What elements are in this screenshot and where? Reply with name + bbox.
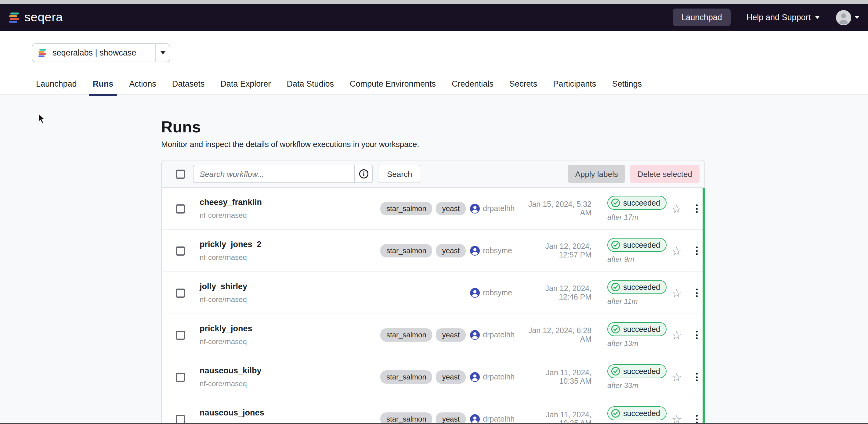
star-run-button[interactable]: ☆ <box>672 245 688 257</box>
user-icon <box>470 246 480 256</box>
run-username: robsyme <box>483 289 512 297</box>
tab-participants[interactable]: Participants <box>549 79 600 96</box>
table-row[interactable]: nauseous_kilby nf-core/rnaseq star_salmo… <box>162 356 705 398</box>
chevron-down-icon <box>160 51 165 54</box>
run-username: drpatelhh <box>483 204 515 213</box>
status-label: succeeded <box>623 367 660 376</box>
run-user: drpatelhh <box>470 372 527 382</box>
table-row[interactable]: jolly_shirley nf-core/rnaseq robsyme Jan… <box>162 272 705 314</box>
chevron-down-icon <box>855 16 860 19</box>
workspace-dropdown-toggle[interactable] <box>156 51 170 54</box>
status-badge: succeeded <box>607 322 667 336</box>
check-circle-icon <box>611 367 620 376</box>
tab-actions[interactable]: Actions <box>125 79 160 96</box>
window-bottom-edge <box>0 422 868 424</box>
user-icon <box>470 330 480 340</box>
run-label-pill[interactable]: yeast <box>436 244 466 257</box>
seqera-runs-page: seqera Launchpad Help and Support <box>0 0 868 424</box>
run-label-pill[interactable]: star_salmon <box>380 202 432 215</box>
status-label: succeeded <box>623 283 660 291</box>
search-input[interactable] <box>193 165 354 183</box>
status-badge: succeeded <box>607 364 667 378</box>
apply-labels-button[interactable]: Apply labels <box>568 165 625 183</box>
status-label: succeeded <box>623 241 660 249</box>
run-user: robsyme <box>470 288 527 298</box>
tab-compute-environments[interactable]: Compute Environments <box>346 79 439 96</box>
launchpad-button[interactable]: Launchpad <box>673 8 731 26</box>
tab-secrets[interactable]: Secrets <box>506 79 541 96</box>
run-labels: star_salmonyeast <box>380 244 470 257</box>
tab-launchpad[interactable]: Launchpad <box>32 79 81 96</box>
run-user: robsyme <box>470 246 527 256</box>
tab-datasets[interactable]: Datasets <box>168 79 209 96</box>
star-run-button[interactable]: ☆ <box>672 371 688 383</box>
table-row[interactable]: nauseous_jones nf-core/rnaseq star_salmo… <box>162 398 705 424</box>
run-status: succeeded after 13m <box>607 322 672 348</box>
window-top-edge <box>0 0 868 4</box>
row-checkbox[interactable] <box>176 204 185 213</box>
status-badge: succeeded <box>607 406 667 420</box>
workspace-selector[interactable]: seqeralabs | showcase <box>32 43 170 62</box>
check-circle-icon <box>611 198 620 207</box>
run-label-pill[interactable]: yeast <box>436 370 466 384</box>
run-label-pill[interactable]: yeast <box>436 202 466 215</box>
mouse-cursor <box>38 113 46 125</box>
seqera-brand[interactable]: seqera <box>8 10 63 24</box>
status-label: succeeded <box>623 409 660 418</box>
tab-credentials[interactable]: Credentials <box>448 79 497 96</box>
check-circle-icon <box>611 409 620 418</box>
workspace-org-icon <box>38 48 47 57</box>
run-duration: after 33m <box>607 381 672 390</box>
user-icon <box>470 372 480 382</box>
row-checkbox[interactable] <box>176 372 185 382</box>
table-row[interactable]: cheesy_franklin nf-core/rnaseq star_salm… <box>162 188 705 230</box>
tab-data-studios[interactable]: Data Studios <box>283 79 338 96</box>
search-info-icon[interactable] <box>355 165 372 183</box>
status-badge: succeeded <box>607 196 667 210</box>
run-name-link[interactable]: cheesy_franklin <box>199 198 380 207</box>
tab-data-explorer[interactable]: Data Explorer <box>217 79 274 96</box>
run-name-link[interactable]: prickly_jones <box>199 324 380 333</box>
table-row[interactable]: prickly_jones nf-core/rnaseq star_salmon… <box>162 314 705 356</box>
workspace-header: seqeralabs | showcase LaunchpadRunsActio… <box>0 31 868 95</box>
star-run-button[interactable]: ☆ <box>672 329 688 341</box>
row-checkbox[interactable] <box>176 246 185 255</box>
run-label-pill[interactable]: star_salmon <box>380 328 432 341</box>
tab-runs[interactable]: Runs <box>89 79 117 96</box>
run-name-link[interactable]: prickly_jones_2 <box>199 240 380 249</box>
status-badge: succeeded <box>607 238 667 252</box>
select-all-checkbox[interactable] <box>176 169 185 178</box>
run-status: succeeded after 33m <box>607 364 672 390</box>
run-date: Jan 12, 2024, 12:46 PM <box>527 284 607 301</box>
run-name-link[interactable]: nauseous_jones <box>199 408 380 417</box>
run-user: drpatelhh <box>470 204 527 214</box>
search-button[interactable]: Search <box>378 165 421 183</box>
run-pipeline-repo: nf-core/rnaseq <box>199 211 380 220</box>
run-user: drpatelhh <box>470 330 527 340</box>
search-input-group <box>193 165 373 183</box>
run-name-link[interactable]: nauseous_kilby <box>199 366 380 375</box>
delete-selected-button[interactable]: Delete selected <box>630 165 700 183</box>
row-checkbox[interactable] <box>176 330 185 339</box>
run-labels: star_salmonyeast <box>380 370 470 384</box>
run-label-pill[interactable]: yeast <box>436 328 466 341</box>
star-run-button[interactable]: ☆ <box>672 203 688 215</box>
run-date: Jan 12, 2024, 6:28 AM <box>527 326 607 344</box>
status-label: succeeded <box>623 199 660 207</box>
user-avatar-menu[interactable] <box>836 9 860 25</box>
run-label-pill[interactable]: star_salmon <box>380 370 432 384</box>
run-label-pill[interactable]: star_salmon <box>380 244 432 257</box>
star-run-button[interactable]: ☆ <box>672 287 688 299</box>
workspace-tabs: LaunchpadRunsActionsDatasetsData Explore… <box>36 79 642 96</box>
run-duration: after 13m <box>607 339 672 348</box>
seqera-logo-icon <box>8 12 20 23</box>
run-name-link[interactable]: jolly_shirley <box>199 282 380 291</box>
brand-name: seqera <box>24 10 63 24</box>
table-row[interactable]: prickly_jones_2 nf-core/rnaseq star_salm… <box>162 230 705 272</box>
run-date: Jan 11, 2024, 10:35 AM <box>527 411 607 424</box>
run-pipeline-repo: nf-core/rnaseq <box>199 295 380 304</box>
run-pipeline-repo: nf-core/rnaseq <box>199 253 380 262</box>
row-checkbox[interactable] <box>176 288 185 297</box>
tab-settings[interactable]: Settings <box>608 79 646 96</box>
help-and-support-menu[interactable]: Help and Support <box>747 13 820 22</box>
